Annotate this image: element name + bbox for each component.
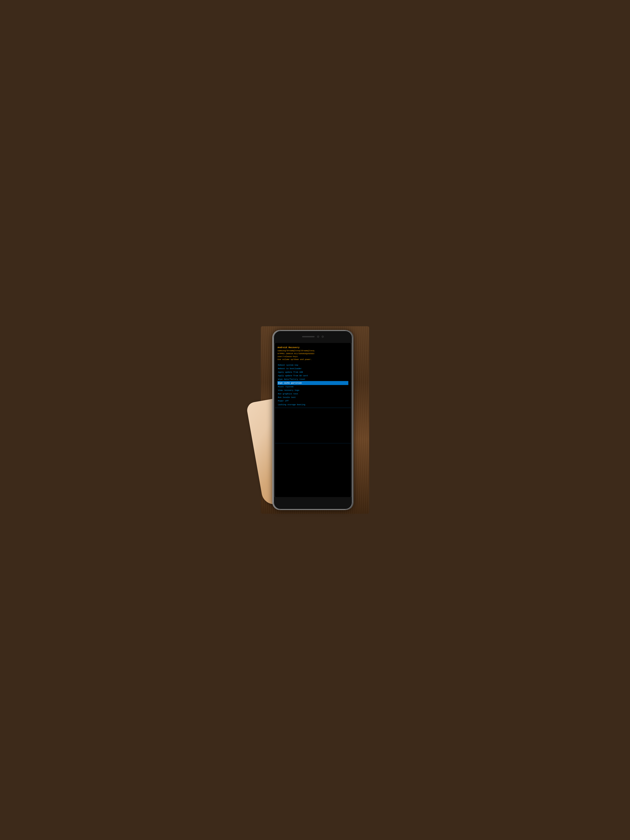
menu-item-locale-test[interactable]: Run locale test [278,396,348,399]
menu-item-mount-system[interactable]: Mount /system [278,385,348,388]
bottom-bezel [273,497,352,510]
menu-item-power-off[interactable]: Power off [278,399,348,403]
menu-item-lacking-storage[interactable]: Lacking storage booting [278,403,348,406]
device-path: samsung/dreamqltesq/dreamqltesq [278,349,348,352]
menu-item-graphics-test[interactable]: Run graphics test [278,392,348,396]
menu-item-reboot-system[interactable]: Reboot system now [278,363,348,367]
top-bezel [273,330,352,343]
recovery-title: Android Recovery [278,346,348,349]
menu-item-reboot-bootloader[interactable]: Reboot to bootloader [278,367,348,370]
build-number: 9/PPR1.180610.011/G950USQU5DSD3 [278,352,348,355]
menu-item-wipe-data[interactable]: Wipe data/factory reset [278,377,348,381]
phone-body: Android Recovery samsung/dreamqltesq/dre… [273,330,352,510]
iris-scanner [322,336,324,338]
recovery-menu: Reboot system now Reboot to bootloader A… [278,363,348,406]
recovery-screen: Android Recovery samsung/dreamqltesq/dre… [275,343,351,497]
menu-item-wipe-cache[interactable]: Wipe cache partition [278,381,348,385]
front-camera [317,336,319,338]
scene: Android Recovery samsung/dreamqltesq/dre… [261,326,369,514]
instruction-line: Use volume up/down and power. [278,358,348,361]
header-info: Android Recovery samsung/dreamqltesq/dre… [278,346,348,361]
keys-line: user/release-keys [278,355,348,358]
menu-item-view-logs[interactable]: View recovery logs [278,388,348,392]
menu-item-apply-adb[interactable]: Apply update from ADB [278,370,348,374]
screen: Android Recovery samsung/dreamqltesq/dre… [275,343,351,497]
speaker [302,336,314,337]
menu-item-apply-sd[interactable]: Apply update from SD card [278,374,348,377]
